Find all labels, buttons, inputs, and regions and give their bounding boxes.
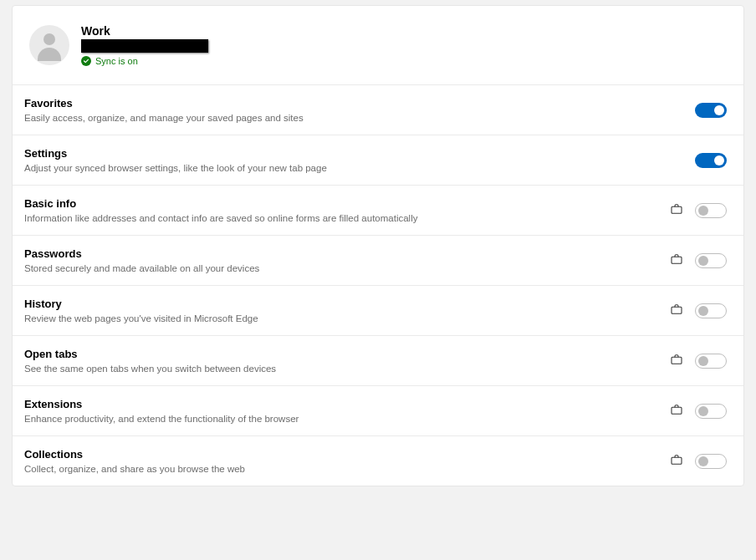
row-title: Extensions <box>24 398 299 410</box>
row-controls <box>670 252 727 269</box>
sync-settings-card: Work Sync is on FavoritesEasily access, … <box>12 5 744 486</box>
row-controls <box>670 202 727 219</box>
toggle-switch[interactable] <box>695 253 727 268</box>
svg-rect-0 <box>672 206 682 213</box>
row-controls <box>670 303 727 319</box>
sync-row: SettingsAdjust your synced browser setti… <box>13 135 743 185</box>
svg-rect-3 <box>672 357 682 364</box>
row-title: Favorites <box>24 97 304 109</box>
sync-row: HistoryReview the web pages you've visit… <box>13 285 743 335</box>
toggle-switch[interactable] <box>695 203 727 218</box>
row-controls <box>695 103 727 118</box>
svg-rect-2 <box>672 307 682 313</box>
row-title: Collections <box>24 448 245 461</box>
row-desc: Adjust your synced browser settings, lik… <box>24 163 327 173</box>
row-text: CollectionsCollect, organize, and share … <box>24 448 245 474</box>
row-desc: Information like addresses and contact i… <box>24 213 417 223</box>
briefcase-icon <box>670 303 683 319</box>
row-controls <box>670 403 727 420</box>
sync-row: PasswordsStored securely and made availa… <box>13 235 743 285</box>
briefcase-icon <box>670 202 683 219</box>
profile-meta: Work Sync is on <box>81 24 208 66</box>
row-title: History <box>24 298 258 310</box>
row-desc: Stored securely and made available on al… <box>24 263 259 273</box>
toggle-switch[interactable] <box>695 103 727 118</box>
sync-status-text: Sync is on <box>95 56 138 66</box>
row-controls <box>695 153 727 168</box>
row-desc: Collect, organize, and share as you brow… <box>24 464 245 474</box>
sync-row: ExtensionsEnhance productivity, and exte… <box>13 385 743 435</box>
toggle-switch[interactable] <box>695 153 727 168</box>
svg-rect-1 <box>672 257 682 263</box>
row-controls <box>670 353 727 369</box>
row-text: SettingsAdjust your synced browser setti… <box>24 147 327 173</box>
row-title: Settings <box>24 147 327 160</box>
row-text: ExtensionsEnhance productivity, and exte… <box>24 398 299 424</box>
briefcase-icon <box>670 252 683 269</box>
row-desc: Review the web pages you've visited in M… <box>24 313 258 323</box>
svg-rect-5 <box>672 457 682 464</box>
sync-row: Open tabsSee the same open tabs when you… <box>13 335 743 385</box>
row-title: Basic info <box>24 197 417 210</box>
toggle-switch[interactable] <box>695 354 727 369</box>
sync-row: FavoritesEasily access, organize, and ma… <box>13 84 743 135</box>
row-title: Passwords <box>24 247 259 260</box>
briefcase-icon <box>670 403 683 420</box>
row-desc: Easily access, organize, and manage your… <box>24 113 304 123</box>
profile-name: Work <box>81 24 208 38</box>
svg-rect-4 <box>672 407 682 414</box>
row-controls <box>670 453 727 470</box>
briefcase-icon <box>670 353 683 369</box>
row-desc: Enhance productivity, and extend the fun… <box>24 414 299 424</box>
row-desc: See the same open tabs when you switch b… <box>24 364 276 374</box>
sync-row: CollectionsCollect, organize, and share … <box>13 435 743 486</box>
row-text: Open tabsSee the same open tabs when you… <box>24 348 276 374</box>
avatar <box>29 25 69 65</box>
row-text: FavoritesEasily access, organize, and ma… <box>24 97 304 123</box>
sync-status-row: Sync is on <box>81 56 208 66</box>
toggle-switch[interactable] <box>695 454 727 469</box>
briefcase-icon <box>670 453 683 470</box>
toggle-switch[interactable] <box>695 303 727 318</box>
profile-header: Work Sync is on <box>13 6 743 84</box>
row-text: HistoryReview the web pages you've visit… <box>24 298 258 323</box>
toggle-switch[interactable] <box>695 404 727 419</box>
row-title: Open tabs <box>24 348 276 360</box>
profile-email-redacted <box>81 39 208 53</box>
row-text: PasswordsStored securely and made availa… <box>24 247 259 273</box>
row-text: Basic infoInformation like addresses and… <box>24 197 417 223</box>
check-circle-icon <box>81 56 91 66</box>
sync-row: Basic infoInformation like addresses and… <box>13 185 743 235</box>
